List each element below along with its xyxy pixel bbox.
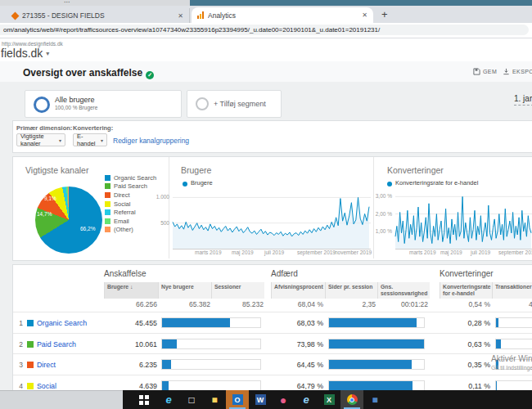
bounce-rate-value: 64,79 %	[271, 382, 323, 390]
users-legend-label: Brugere	[191, 179, 213, 187]
svg-text:500: 500	[160, 220, 169, 226]
column-header-users[interactable]: Brugere ↓	[104, 282, 158, 299]
date-range-selector[interactable]: 1. jan	[514, 94, 532, 106]
conversion-dropdown[interactable]: E-handel▾	[73, 133, 107, 146]
x-axis-tick-label: marts 2019	[409, 249, 436, 255]
row-rank: 2	[13, 340, 23, 348]
bounce-rate-bar	[328, 380, 425, 391]
dimension-dropdown[interactable]: Vigtigste kanaler▾	[16, 133, 65, 146]
segment-name: Alle brugere	[55, 96, 95, 104]
bounce-rate-value: 64,45 %	[271, 361, 323, 369]
background-window-title: ...	[64, 0, 70, 2]
column-header-session-duration[interactable]: Gns. sessionsvarighed	[377, 282, 430, 299]
edit-channel-grouping-link[interactable]: Rediger kanalgruppering	[113, 137, 189, 145]
row-rank: 3	[13, 361, 23, 369]
channel-link[interactable]: Organic Search	[37, 319, 87, 327]
total-bounce-rate: 68,04 %	[273, 300, 323, 308]
windows-activation-watermark: Aktivér Windows Gå til Indstillinger for…	[491, 354, 532, 371]
legend-label: (Other)	[114, 226, 133, 233]
column-header-bounce-rate[interactable]: Afvisningsprocent	[271, 282, 325, 299]
group-header-acquisition: Anskaffelse	[104, 269, 147, 278]
charts-card: Vigtigste kanaler 66,2% 14,7% 9,1% Organ…	[12, 156, 532, 261]
photos-icon[interactable]: ●	[272, 390, 295, 409]
analytics-logo-icon	[197, 11, 204, 19]
file-explorer-icon[interactable]: ■	[203, 390, 226, 409]
table-row[interactable]: 2 Paid Search 10.061 73,98 % 0,63 %	[13, 333, 532, 355]
table-row[interactable]: 3 Direct 6.235 64,45 % 0,35 %	[13, 353, 532, 375]
ie-icon[interactable]: e	[295, 390, 318, 409]
tab-analytics[interactable]: Analytics ✕	[192, 7, 373, 23]
x-axis-tick-label: marts 2019	[195, 249, 222, 255]
users-bar	[161, 339, 261, 349]
channel-link[interactable]: Direct	[37, 361, 56, 369]
close-tab-icon[interactable]: ✕	[178, 12, 183, 20]
table-row[interactable]: 1 Organic Search 45.455 68,03 % 0,28 %	[13, 312, 532, 334]
column-header-new-users[interactable]: Nye brugere	[158, 282, 211, 299]
legend-label: Paid Search	[114, 182, 147, 190]
property-url: http://www.designfields.dk	[2, 41, 63, 47]
chevron-down-icon: ▾	[101, 137, 103, 143]
address-bar[interactable]: om/analytics/web/#/report/trafficsources…	[0, 25, 529, 35]
column-header-conversion-rate[interactable]: Konverteringsrate for e-handel	[440, 282, 492, 299]
pie-legend-item: Organic Search	[105, 173, 156, 182]
store-icon[interactable]: □	[180, 390, 203, 409]
legend-color-swatch	[105, 192, 110, 198]
report-header: Oversigt over anskaffelse✓ GEM EKSPORT	[0, 61, 532, 83]
add-segment-button[interactable]: + Tilføj segment	[187, 90, 282, 118]
report-content: Alle brugere 100,00 % Brugere + Tilføj s…	[0, 82, 532, 396]
channel-link[interactable]: Social	[37, 382, 56, 390]
export-button[interactable]: EKSPORT	[503, 68, 532, 75]
background-window-titlebar	[190, 0, 532, 6]
group-header-conversions: Konverteringer	[440, 269, 494, 278]
column-header-transactions[interactable]: Transaktioner	[492, 282, 532, 299]
legend-color-swatch	[105, 209, 110, 215]
app-icon[interactable]: ■	[363, 390, 386, 409]
bounce-rate-value: 68,03 %	[271, 319, 323, 327]
x-axis-tick-label: september 2019	[498, 249, 532, 255]
start-button[interactable]	[134, 390, 157, 409]
users-value: 6.235	[106, 361, 157, 369]
conversion-rate-value: 0,63 %	[438, 340, 490, 348]
bounce-rate-value: 73,98 %	[271, 340, 323, 348]
row-rank: 4	[13, 382, 23, 390]
chevron-down-icon: ▾	[46, 50, 49, 57]
users-value: 4.639	[106, 382, 157, 390]
group-header-behavior: Adfærd	[271, 269, 298, 278]
x-axis-tick-label: juli 2019	[471, 249, 490, 255]
outlook-icon[interactable]: O	[226, 390, 249, 409]
tab-design-fields[interactable]: 271355 - DESIGN FIELDS ✕	[7, 8, 190, 23]
conversion-rate-bar	[495, 339, 532, 349]
column-header-pages-per-session[interactable]: Sider pr. session	[325, 282, 377, 299]
x-axis-tick-label: juli 2019	[264, 249, 284, 255]
new-tab-button[interactable]: +	[381, 8, 388, 20]
page-title: Oversigt over anskaffelse✓	[23, 67, 154, 79]
conversion-rate-line-chart[interactable]: 1,00 %2,00 %3,00 %	[374, 190, 532, 250]
segment-all-users[interactable]: Alle brugere 100,00 % Brugere	[25, 90, 182, 118]
tab-strip: 271355 - DESIGN FIELDS ✕ Analytics ✕ +	[0, 6, 532, 23]
x-axis-tick-label: september 2019	[297, 249, 336, 255]
edge-icon[interactable]: e	[157, 390, 180, 409]
pie-slice-label: 9,1%	[44, 196, 56, 201]
users-line-chart[interactable]: 5001.000	[148, 188, 371, 250]
screen: ... 271355 - DESIGN FIELDS ✕ Analytics ✕…	[0, 0, 532, 409]
word-icon[interactable]: W	[249, 390, 272, 409]
save-button[interactable]: GEM	[473, 68, 497, 75]
users-bar	[161, 380, 261, 391]
browser-window: 271355 - DESIGN FIELDS ✕ Analytics ✕ + o…	[0, 6, 532, 390]
users-bar	[161, 317, 261, 328]
sort-desc-icon: ↓	[130, 284, 133, 290]
bounce-rate-bar	[328, 317, 425, 328]
channel-link[interactable]: Paid Search	[37, 340, 76, 348]
segment-detail: 100,00 % Brugere	[55, 105, 97, 110]
column-header-sessions[interactable]: Sessioner	[211, 282, 264, 299]
conversion-rate-value: 0,28 %	[438, 319, 490, 327]
conversions-chart-title: Konverteringer	[387, 165, 444, 175]
excel-icon[interactable]: X	[318, 390, 340, 409]
close-tab-icon[interactable]: ✕	[362, 11, 367, 19]
total-new-users: 65.382	[160, 300, 210, 308]
property-selector[interactable]: fields.dk ▾	[1, 47, 49, 60]
legend-label: Organic Search	[114, 174, 156, 182]
conversion-rate-value: 0,11 %	[438, 382, 490, 390]
chrome-icon[interactable]	[340, 390, 363, 409]
legend-color-swatch	[105, 218, 110, 224]
